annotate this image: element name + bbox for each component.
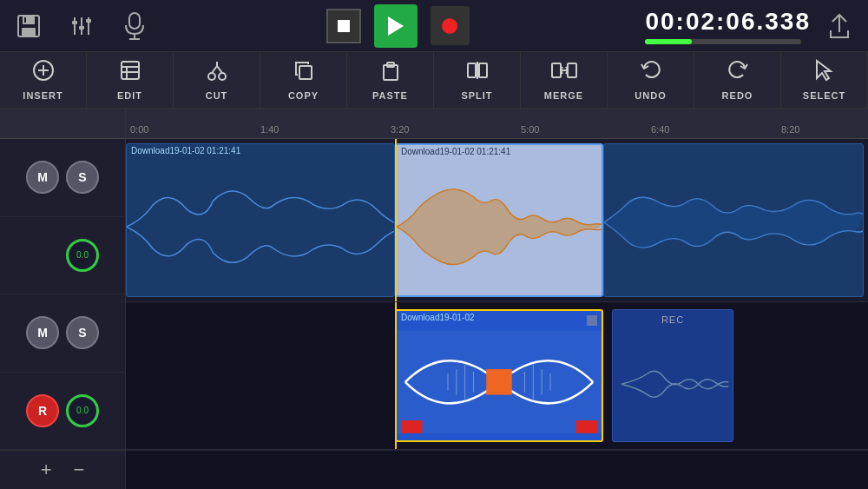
time-progress-bar — [645, 39, 801, 44]
midi-clip-1[interactable]: Download19-01-02 — [395, 309, 603, 442]
edit-label: EDIT — [117, 90, 142, 101]
time-display-wrapper: 00:02:06.338 — [645, 8, 811, 44]
paste-button[interactable]: PASTE — [347, 52, 434, 109]
redo-label: REDO — [722, 90, 753, 101]
undo-label: UNDO — [635, 90, 666, 101]
clip1-label: Download19-01-02 01:21:41 — [127, 144, 394, 157]
svg-rect-54 — [576, 420, 598, 433]
select-button[interactable]: SELECT — [781, 52, 868, 109]
track-controls: M S 0.0 M S R 0.0 + − — [0, 109, 126, 489]
svg-point-15 — [442, 18, 457, 34]
svg-line-27 — [217, 66, 222, 73]
save-button[interactable] — [13, 10, 44, 42]
rec-clip[interactable]: REC — [612, 309, 733, 442]
mixer-icon[interactable] — [66, 10, 97, 42]
merge-button[interactable]: MERGE — [521, 52, 608, 109]
track2-volume-knob[interactable]: 0.0 — [66, 394, 99, 427]
track1-row: Download19-01-02 01:21:41 Download19-01-… — [126, 139, 868, 302]
add-track-button[interactable]: + — [41, 459, 52, 481]
svg-rect-2 — [22, 28, 36, 36]
upload-button[interactable] — [824, 10, 855, 42]
svg-rect-7 — [72, 21, 77, 24]
main-area: M S 0.0 M S R 0.0 + − 0:00 1:40 3:20 — [0, 109, 868, 489]
undo-icon — [640, 59, 662, 87]
track2-solo-button[interactable]: S — [66, 316, 99, 349]
track1-volume-knob[interactable]: 0.0 — [66, 239, 99, 272]
insert-button[interactable]: INSERT — [0, 52, 87, 109]
audio-clip-1[interactable]: Download19-01-02 01:21:41 — [126, 143, 395, 297]
svg-rect-36 — [568, 63, 576, 77]
edit-button[interactable]: EDIT — [87, 52, 174, 109]
svg-marker-14 — [388, 17, 404, 36]
audio-clip-2-selected[interactable]: Download19-01-02 01:21:41 — [395, 143, 603, 297]
transport-right: 00:02:06.338 — [645, 8, 855, 44]
transport-bar: 00:02:06.338 — [0, 0, 868, 52]
clip1-waveform — [127, 157, 394, 296]
select-icon — [813, 59, 836, 87]
select-label: SELECT — [803, 90, 845, 101]
merge-icon — [551, 59, 577, 87]
undo-button[interactable]: UNDO — [608, 52, 694, 109]
edit-icon — [119, 59, 141, 87]
record-button[interactable] — [431, 6, 470, 45]
paste-label: PASTE — [372, 90, 408, 101]
time-progress-fill — [645, 39, 692, 44]
track1-controls: M S — [0, 139, 125, 217]
cut-button[interactable]: CUT — [174, 52, 260, 109]
copy-label: COPY — [288, 90, 319, 101]
playhead — [395, 139, 397, 301]
clip3-waveform — [604, 149, 863, 296]
svg-rect-10 — [129, 13, 140, 29]
rec-waveform — [613, 327, 733, 441]
split-icon — [466, 59, 489, 87]
toolbar: INSERT EDIT CUT — [0, 52, 868, 109]
split-button[interactable]: SPLIT — [434, 52, 521, 109]
svg-rect-20 — [122, 62, 139, 79]
svg-rect-3 — [24, 17, 26, 23]
rec-label: REC — [661, 314, 684, 325]
add-track-area — [126, 450, 868, 489]
transport-left — [13, 10, 150, 42]
paste-icon — [379, 59, 402, 87]
svg-point-25 — [219, 73, 226, 80]
copy-button[interactable]: COPY — [260, 52, 347, 109]
timeline-area: 0:00 1:40 3:20 5:00 6:40 8:20 Download19… — [126, 109, 868, 489]
ruler-mark-5: 8:20 — [781, 124, 799, 135]
cut-label: CUT — [206, 90, 228, 101]
clip2-waveform — [397, 158, 602, 295]
svg-rect-29 — [299, 66, 312, 79]
track1-mute-button[interactable]: M — [26, 161, 59, 194]
track2-mute-button[interactable]: M — [26, 316, 59, 349]
track2-controls: M S — [0, 294, 125, 373]
ruler-mark-0: 0:00 — [130, 124, 148, 135]
redo-button[interactable]: REDO — [694, 52, 781, 109]
stop-button[interactable] — [326, 9, 361, 43]
track2-record-button[interactable]: R — [26, 394, 59, 427]
play-button[interactable] — [374, 4, 418, 48]
remove-track-button[interactable]: − — [74, 459, 85, 481]
split-label: SPLIT — [461, 90, 492, 101]
ruler-spacer — [0, 109, 125, 139]
redo-icon — [727, 59, 749, 87]
audio-clip-3[interactable] — [603, 143, 864, 297]
svg-rect-13 — [338, 20, 350, 32]
svg-rect-32 — [468, 63, 476, 77]
insert-label: INSERT — [23, 90, 62, 101]
playhead-track2 — [395, 302, 397, 449]
track1-volume: 0.0 — [0, 217, 125, 295]
merge-label: MERGE — [544, 90, 583, 101]
insert-icon — [32, 59, 55, 87]
transport-controls — [326, 4, 470, 48]
copy-icon — [293, 59, 315, 87]
svg-marker-42 — [817, 61, 831, 80]
track1-r-placeholder — [26, 239, 59, 272]
svg-rect-8 — [79, 26, 84, 30]
cut-icon — [206, 59, 228, 87]
track1-solo-button[interactable]: S — [66, 161, 99, 194]
microphone-icon[interactable] — [119, 10, 150, 42]
clip-handle-1[interactable] — [587, 315, 597, 326]
ruler-mark-4: 6:40 — [651, 124, 669, 135]
ruler-mark-2: 3:20 — [391, 124, 409, 135]
track2-row: Download19-01-02 — [126, 302, 868, 450]
svg-point-24 — [208, 73, 215, 80]
